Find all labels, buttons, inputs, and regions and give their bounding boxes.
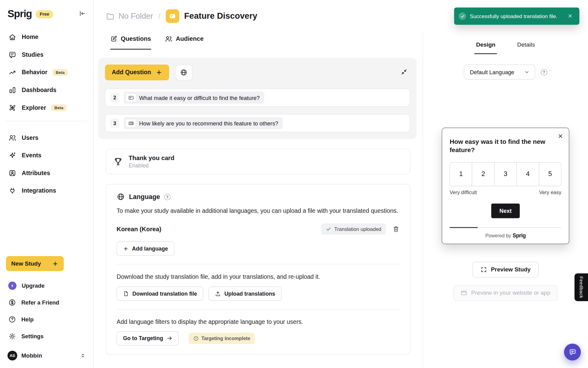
delete-language-button[interactable]: [393, 226, 399, 232]
users-icon: [8, 133, 17, 142]
help-tooltip-icon[interactable]: ?: [164, 194, 171, 200]
tab-audience[interactable]: Audience: [164, 32, 204, 49]
tab-questions[interactable]: Questions: [110, 32, 151, 49]
collapse-sidebar-icon: [78, 10, 86, 17]
sidebar-item-attributes[interactable]: Attributes: [5, 164, 89, 182]
download-translation-label: Download translation file: [132, 290, 197, 297]
sidebar-item-integrations[interactable]: Integrations: [5, 182, 89, 200]
beta-badge: Beta: [51, 104, 66, 111]
add-language-button[interactable]: Add language: [117, 242, 174, 256]
sidebar-item-label: Studies: [22, 51, 43, 58]
editor-tabs: Questions Audience: [94, 32, 423, 49]
new-study-label: New Study: [11, 260, 41, 267]
survey-close-button[interactable]: [557, 132, 564, 141]
tab-details[interactable]: Details: [516, 41, 537, 54]
study-tile-icon: [166, 10, 179, 23]
translations-globe-button[interactable]: [175, 65, 192, 80]
download-translation-button[interactable]: Download translation file: [117, 286, 203, 301]
sparkle-icon: [8, 151, 17, 159]
add-language-label: Add language: [132, 246, 168, 252]
rating-scale: 1 2 3 4 5: [450, 162, 561, 186]
sprig-app: Sprig Free Home Studies Behavior Beta: [0, 0, 588, 368]
translation-uploaded-badge: Translation uploaded: [322, 224, 386, 235]
check-icon: [326, 227, 331, 232]
thank-you-card[interactable]: Thank you card Enabled: [106, 149, 410, 174]
plus-icon: [52, 260, 58, 267]
scale-option-5[interactable]: 5: [539, 163, 561, 186]
scale-option-4[interactable]: 4: [516, 163, 539, 186]
question-number: 2: [110, 93, 119, 102]
upgrade-bolt-icon: [8, 282, 17, 290]
scale-option-2[interactable]: 2: [472, 163, 494, 186]
sidebar-item-label: Upgrade: [22, 282, 45, 289]
file-icon: [123, 290, 129, 297]
breadcrumb[interactable]: No Folder: [106, 12, 153, 21]
upload-translations-button[interactable]: Upload translations: [209, 286, 281, 301]
targeting-incomplete-label: Targeting incomplete: [201, 335, 250, 341]
scale-option-1[interactable]: 1: [450, 163, 472, 186]
sidebar-item-help[interactable]: Help: [5, 311, 89, 328]
scale-option-3[interactable]: 3: [494, 163, 517, 186]
targeting-incomplete-badge: Targeting incomplete: [189, 333, 255, 344]
sidebar-item-refer[interactable]: Refer a Friend: [5, 294, 89, 311]
scale-question-icon: [126, 119, 136, 127]
chevron-updown-icon: [80, 353, 86, 359]
divider: [117, 309, 399, 309]
sidebar-item-home[interactable]: Home: [5, 28, 89, 46]
question-row[interactable]: 2 What made it easy or difficult to find…: [105, 89, 410, 107]
question-text: How likely are you to recommend this fea…: [139, 120, 278, 126]
new-study-button[interactable]: New Study: [6, 256, 64, 271]
preview-in-website-button[interactable]: Preview in your website or app: [454, 285, 557, 301]
chat-widget-button[interactable]: [564, 343, 581, 360]
sidebar-item-settings[interactable]: Settings: [5, 328, 89, 345]
account-name: Mobbin: [21, 352, 42, 359]
question-number: 3: [110, 119, 119, 128]
thank-you-title: Thank you card: [129, 154, 174, 161]
chevron-down-icon: [524, 69, 530, 75]
powered-by-label: Powered by: [485, 233, 511, 239]
reupload-instructions: Download the study translation file, add…: [117, 273, 399, 281]
toast-close-button[interactable]: [566, 11, 574, 21]
collapse-questions-button[interactable]: [398, 66, 410, 79]
survey-next-button[interactable]: Next: [491, 204, 520, 218]
divider: [117, 264, 399, 264]
language-selector-dropdown[interactable]: Default Language: [464, 65, 535, 80]
sidebar-item-users[interactable]: Users: [5, 129, 89, 147]
design-panel-tabs: Design Details: [423, 41, 588, 54]
thank-you-status: Enabled: [129, 163, 174, 169]
help-tooltip-icon[interactable]: ?: [541, 69, 547, 75]
sidebar-spacer: [0, 199, 93, 256]
powered-by-brand: Sprig: [513, 232, 526, 239]
tab-design[interactable]: Design: [475, 41, 497, 54]
collapse-diagonal-icon: [401, 68, 408, 75]
targeting-actions: Go to Targeting Targeting incomplete: [117, 331, 399, 346]
scale-labels: Very difficult Very easy: [450, 190, 561, 195]
feedback-tab[interactable]: Feedback: [575, 273, 588, 301]
question-text: What made it easy or difficult to find t…: [139, 94, 260, 101]
sprig-logo[interactable]: Sprig: [7, 8, 32, 20]
tab-label: Design: [476, 41, 495, 48]
check-circle-icon: [459, 12, 466, 20]
add-question-button[interactable]: Add Question: [105, 65, 169, 80]
sidebar-item-label: Integrations: [22, 187, 56, 194]
scale-max-label: Very easy: [539, 190, 561, 195]
question-builder: Add Question 2: [94, 50, 423, 368]
language-filters-text: Add language filters to display the appr…: [117, 318, 399, 326]
gear-icon: [8, 332, 16, 340]
sidebar-item-dashboards[interactable]: Dashboards: [5, 81, 89, 99]
tab-label: Details: [517, 41, 535, 48]
sidebar-item-label: Help: [21, 316, 34, 323]
sidebar-item-behavior[interactable]: Behavior Beta: [5, 63, 89, 81]
question-row[interactable]: 3 How likely are you to recommend this f…: [105, 114, 410, 132]
sidebar-collapse-button[interactable]: [78, 10, 86, 18]
sidebar-item-studies[interactable]: Studies: [5, 46, 89, 63]
browser-icon: [461, 290, 467, 297]
sidebar-item-events[interactable]: Events: [5, 147, 89, 164]
account-switcher[interactable]: AS Mobbin: [0, 345, 93, 368]
preview-study-button[interactable]: Preview Study: [473, 262, 538, 278]
upload-translations-label: Upload translations: [224, 290, 275, 297]
sidebar-item-explorer[interactable]: Explorer Beta: [5, 99, 89, 117]
go-to-targeting-button[interactable]: Go to Targeting: [117, 331, 179, 346]
sidebar-item-upgrade[interactable]: Upgrade: [5, 277, 89, 294]
preview-study-label: Preview Study: [491, 266, 531, 273]
